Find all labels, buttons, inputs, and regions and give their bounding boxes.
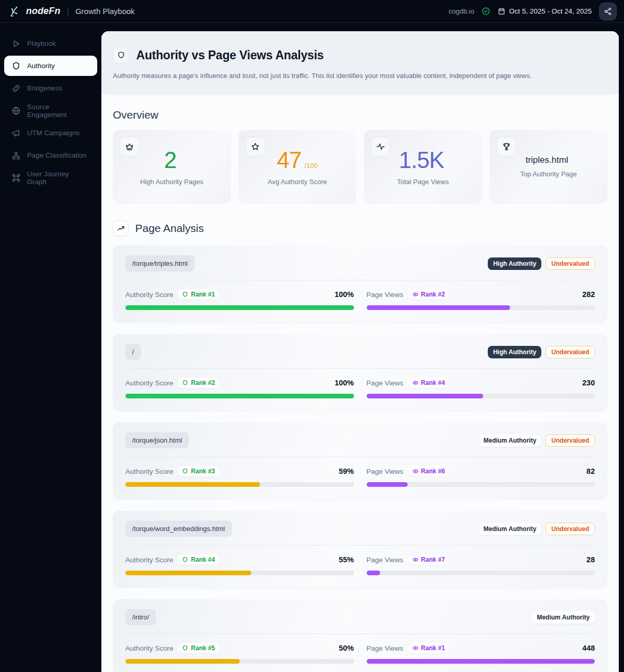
authority-level-badge: Medium Authority [478,523,542,535]
sidebar-item-label: Source Engagement [27,103,90,119]
calendar-icon [498,7,505,15]
views-rank-badge: Rank #6 [408,466,449,476]
authority-metric: Authority Score Rank #1 100% [125,289,354,310]
nodefn-logo-icon [8,5,21,18]
undervalued-badge: Undervalued [545,434,595,447]
stat-value: 47 [277,147,302,173]
views-progress-track [367,482,595,487]
overview-section-title: Overview [113,109,607,121]
views-rank-label: Rank #6 [421,468,445,475]
eye-icon [412,380,419,386]
sidebar-item-label: Page Classification [27,151,87,159]
authority-score-value: 55% [339,555,354,564]
authority-progress-fill [125,394,354,398]
views-rank-badge: Rank #1 [408,643,449,653]
share-button[interactable] [599,3,617,20]
stat-card: 1.5K Total Page Views [364,130,482,203]
check-circle-icon [482,7,490,16]
app-title: Growth Playbook [75,7,135,16]
vector-square-icon [11,173,21,183]
page-views-value: 282 [582,290,595,299]
authority-rank-badge: Rank #5 [178,643,219,653]
sidebar-item-label: Authority [27,62,55,70]
page-path: /intro/ [125,609,156,625]
undervalued-badge: Undervalued [545,346,595,358]
eye-icon [412,291,419,298]
page-views-value: 82 [587,467,595,475]
authority-score-value: 100% [334,379,354,387]
authority-score-value: 59% [339,467,354,475]
sidebar-item-playbook[interactable]: Playbook [4,33,97,54]
authority-progress-track [125,482,354,487]
badge-group: Medium Authority [531,611,595,624]
authority-metric: Authority Score Rank #3 59% [125,466,354,487]
authority-level-badge: High Authority [488,257,541,270]
page-card: /intro/ Medium Authority Authority Score… [113,599,607,672]
authority-score-label: Authority Score [125,556,173,564]
page-views-label: Page Views [367,291,404,299]
authority-progress-track [125,659,354,664]
views-rank-label: Rank #2 [421,291,445,298]
views-metric: Page Views Rank #6 82 [367,466,595,487]
shield-icon [11,61,21,71]
trophy-icon [497,137,516,157]
undervalued-badge: Undervalued [545,257,595,270]
date-range-picker[interactable]: Oct 5, 2025 - Oct 24, 2025 [498,7,592,15]
authority-rank-badge: Rank #3 [178,466,219,476]
page-views-label: Page Views [367,644,404,652]
stat-label: Avg Authority Score [268,178,327,186]
sidebar-item-user-journey-graph[interactable]: User Journey Graph [4,167,97,188]
page-views-label: Page Views [367,556,404,564]
page-views-label: Page Views [367,379,404,387]
views-rank-badge: Rank #2 [408,289,449,300]
authority-progress-track [125,571,354,575]
stat-label: High Authority Pages [140,178,203,186]
authority-rank-label: Rank #4 [191,556,215,563]
sidebar-item-page-classification[interactable]: Page Classification [4,145,97,165]
sidebar-item-source-engagement[interactable]: Source Engagement [4,100,97,121]
authority-progress-fill [125,305,354,310]
stat-value: 2 [164,147,176,173]
views-progress-track [367,394,595,398]
star-icon [245,137,265,157]
undervalued-badge: Undervalued [545,523,595,535]
views-rank-label: Rank #7 [421,556,445,563]
authority-rank-badge: Rank #2 [178,378,219,388]
sidebar-item-bridgeness[interactable]: Bridgeness [4,78,97,98]
badge-group: Medium AuthorityUndervalued [478,434,595,447]
authority-rank-badge: Rank #4 [178,554,219,565]
authority-progress-track [125,305,354,310]
authority-progress-fill [125,571,251,575]
sidebar-item-authority[interactable]: Authority [4,56,97,76]
authority-score-label: Authority Score [125,291,173,299]
views-rank-badge: Rank #4 [408,378,449,388]
link-icon [11,84,21,93]
eye-icon [412,557,419,563]
authority-level-badge: High Authority [488,346,541,358]
views-rank-label: Rank #1 [421,644,445,652]
authority-score-label: Authority Score [125,379,173,387]
authority-level-badge: Medium Authority [531,611,595,624]
sidebar-item-label: Bridgeness [27,84,62,92]
views-progress-fill [367,659,595,664]
sidebar-item-utm-campaigns[interactable]: UTM Campaigns [4,123,97,143]
views-progress-track [367,659,595,664]
share-nodes-icon [604,7,612,16]
views-metric: Page Views Rank #2 282 [367,289,595,310]
authority-progress-fill [125,482,260,487]
authority-metric: Authority Score Rank #4 55% [125,554,354,575]
page-path: / [125,344,141,360]
authority-rank-label: Rank #5 [191,644,215,652]
eye-icon [412,468,419,474]
shield-icon [182,645,188,651]
authority-progress-track [125,394,354,398]
megaphone-icon [11,128,21,138]
authority-metric: Authority Score Rank #5 50% [125,643,354,664]
sidebar-item-label: User Journey Graph [27,170,90,186]
page-header: Authority vs Page Views Analysis Authori… [101,31,619,93]
stat-card: 2 High Authority Pages [113,130,231,203]
sidebar-nav: Playbook Authority Bridgeness Source Eng… [0,31,101,672]
views-rank-label: Rank #4 [421,379,445,386]
badge-group: Medium AuthorityUndervalued [478,523,595,535]
page-views-value: 448 [582,644,595,652]
